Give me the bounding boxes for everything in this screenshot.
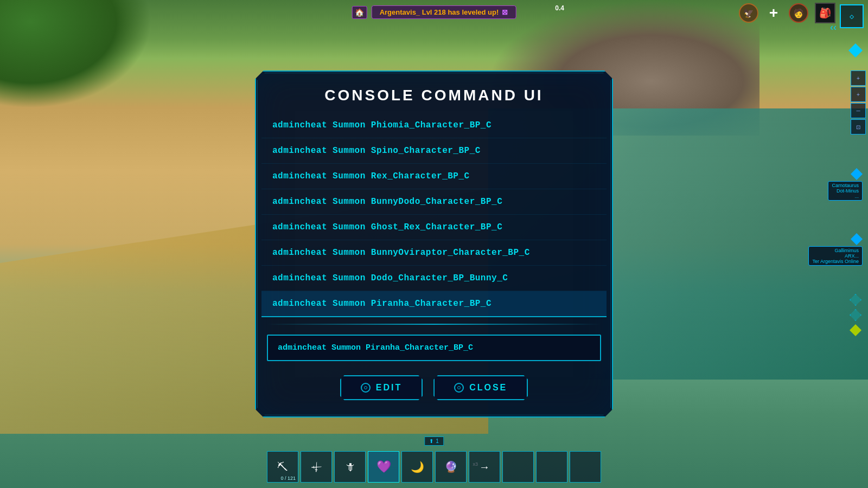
list-item[interactable]: admincheat Summon BunnyOviraptor_Charact… (261, 240, 607, 266)
list-item[interactable]: admincheat Summon BunnyDodo_Character_BP… (261, 189, 607, 215)
dialog-title: CONSOLE COMMAND UI (272, 87, 596, 104)
edit-icon-inner (364, 386, 367, 389)
dialog-input-area (256, 329, 612, 370)
close-label: CLOSE (469, 383, 507, 393)
list-item[interactable]: admincheat Summon Spino_Character_BP_C (261, 138, 607, 164)
list-item[interactable]: admincheat Summon Piranha_Character_BP_C (261, 291, 607, 317)
edit-icon (361, 383, 371, 393)
list-item[interactable]: admincheat Summon Ghost_Rex_Character_BP… (261, 215, 607, 240)
list-item[interactable]: admincheat Summon Phiomia_Character_BP_C (261, 113, 607, 138)
command-input[interactable] (267, 335, 601, 361)
dialog-overlay: CONSOLE COMMAND UI admincheat Summon Phi… (0, 0, 868, 488)
close-icon (454, 383, 464, 393)
close-button[interactable]: CLOSE (433, 375, 528, 400)
close-icon-inner (457, 386, 461, 389)
list-item[interactable]: admincheat Summon Dodo_Character_BP_Bunn… (261, 266, 607, 291)
edit-label: EDIT (376, 383, 402, 393)
list-item[interactable]: admincheat Summon Rex_Character_BP_C (261, 164, 607, 189)
dialog-actions: EDIT CLOSE (256, 370, 612, 406)
console-command-dialog: CONSOLE COMMAND UI admincheat Summon Phi… (255, 70, 613, 418)
dialog-divider (267, 324, 601, 325)
dialog-list[interactable]: admincheat Summon Phiomia_Character_BP_C… (256, 113, 612, 319)
dialog-title-bar: CONSOLE COMMAND UI (256, 72, 612, 113)
dialog-list-inner[interactable]: admincheat Summon Phiomia_Character_BP_C… (261, 113, 607, 317)
edit-button[interactable]: EDIT (340, 375, 423, 400)
